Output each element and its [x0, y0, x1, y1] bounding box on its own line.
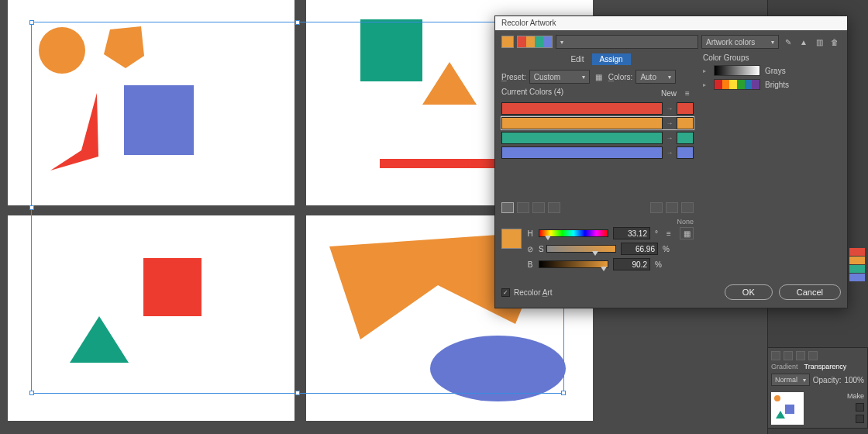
separate-colors-icon[interactable]: [681, 202, 694, 213]
shape-square-teal[interactable]: [360, 19, 422, 81]
shape-square-blue[interactable]: [124, 85, 194, 155]
folder-icon[interactable]: ▥: [813, 36, 825, 48]
map-arrow-icon: →: [666, 105, 673, 112]
shape-triangle-orange[interactable]: [422, 62, 477, 105]
artboard-1: [8, 0, 294, 205]
mode-tabs: Edit Assign: [501, 53, 694, 65]
shape-red-spike[interactable]: [50, 93, 112, 178]
brights-label: Brights: [765, 81, 789, 89]
expand-icon[interactable]: ▸: [703, 67, 709, 74]
randomize-saturation-icon[interactable]: [548, 202, 560, 213]
shape-circle[interactable]: [39, 27, 85, 74]
make-mask-label[interactable]: Make: [847, 392, 864, 400]
artboard-3: [8, 215, 294, 421]
panel-icon-1[interactable]: [771, 351, 780, 360]
preset-dropdown[interactable]: Custom: [529, 70, 590, 84]
preset-value: Custom: [534, 73, 560, 81]
randomize-order-icon[interactable]: [532, 202, 545, 213]
hue-input[interactable]: [613, 227, 650, 239]
colors-count-dropdown[interactable]: Auto: [636, 70, 676, 84]
color-row-0[interactable]: →: [501, 102, 694, 115]
recolor-art-checkbox[interactable]: ✓: [501, 288, 510, 297]
map-arrow-icon: →: [666, 119, 673, 127]
find-in-artwork-icon[interactable]: [650, 202, 663, 213]
preset-label: Preset:: [501, 73, 526, 81]
sat-unit: %: [663, 245, 670, 253]
sat-input[interactable]: [621, 243, 658, 255]
panel-icon-3[interactable]: [796, 351, 805, 360]
sel-handle-s[interactable]: [295, 391, 300, 395]
transparency-thumbnail[interactable]: [771, 392, 804, 425]
ok-button[interactable]: OK: [725, 284, 773, 300]
color-picker-icon[interactable]: ▦: [680, 227, 694, 239]
blend-mode-value: Normal: [775, 376, 797, 384]
artwork-colors-dropdown[interactable]: Artwork colors: [701, 35, 779, 49]
sel-handle-w[interactable]: [29, 205, 34, 210]
panel-icon-4[interactable]: [808, 351, 818, 360]
color-mapping-list: → → → →: [501, 102, 694, 159]
opacity-label: Opacity:: [813, 376, 842, 384]
bri-slider[interactable]: [539, 260, 608, 268]
new-colors-header: New: [661, 89, 677, 98]
dialog-title[interactable]: Recolor Artwork: [495, 16, 847, 30]
color-row-2[interactable]: →: [501, 132, 694, 144]
recolor-art-label: Recolor Art: [514, 288, 552, 297]
brights-ramp: [714, 79, 760, 90]
bri-unit: %: [655, 260, 662, 269]
color-row-options-icon[interactable]: ≡: [681, 87, 694, 99]
mode-menu-icon[interactable]: ≡: [663, 227, 675, 239]
link-icon[interactable]: ⊘: [526, 243, 534, 255]
merge-colors-icon[interactable]: [666, 202, 678, 213]
color-row-1-selected[interactable]: →: [501, 117, 694, 129]
active-color-swatch[interactable]: [501, 36, 514, 48]
color-groups-header: Color Groups: [703, 53, 841, 62]
tab-transparency[interactable]: Transparency: [804, 363, 847, 370]
current-colors-header: Current Colors (4): [501, 88, 563, 96]
panel-icon-2[interactable]: [784, 351, 793, 360]
shape-ellipse-blue[interactable]: [430, 336, 566, 401]
tab-gradient[interactable]: Gradient: [771, 363, 798, 370]
colors-label: Colors:: [608, 73, 633, 81]
color-group-brights[interactable]: ▸ Brights: [703, 79, 841, 90]
hsb-preview-swatch[interactable]: [501, 229, 522, 249]
svg-marker-1: [50, 93, 98, 170]
sort-brightness-icon[interactable]: [517, 202, 529, 213]
trash-icon[interactable]: 🗑: [828, 36, 841, 48]
b-label: B: [526, 260, 534, 269]
preset-options-icon[interactable]: ▦: [593, 71, 605, 83]
hue-slider[interactable]: [539, 229, 608, 237]
expand-icon[interactable]: ▸: [703, 81, 709, 88]
shape-pentagon[interactable]: [101, 23, 147, 70]
shape-triangle-teal[interactable]: [70, 316, 129, 363]
sat-slider[interactable]: [546, 245, 616, 253]
color-row-3[interactable]: →: [501, 146, 694, 159]
map-arrow-icon: →: [666, 149, 673, 157]
tab-assign[interactable]: Assign: [592, 53, 631, 65]
edit-color-icon[interactable]: ✎: [782, 36, 794, 48]
bri-input[interactable]: [613, 258, 650, 270]
colors-value: Auto: [640, 73, 656, 81]
shape-square-red[interactable]: [143, 258, 202, 316]
delete-color-group-icon[interactable]: ▲: [797, 36, 810, 48]
h-label: H: [526, 229, 534, 238]
grays-label: Grays: [765, 67, 786, 75]
grays-ramp: [714, 65, 760, 76]
mini-swatch-blue[interactable]: [849, 274, 865, 281]
tab-edit[interactable]: Edit: [564, 53, 590, 65]
none-color-label: None: [501, 218, 694, 226]
color-group-dropdown[interactable]: [556, 35, 698, 49]
sort-hue-icon[interactable]: [501, 202, 514, 213]
s-label: S: [539, 245, 542, 253]
blend-mode-select[interactable]: Normal: [771, 374, 810, 386]
hue-unit: °: [655, 229, 658, 238]
mini-swatch-teal[interactable]: [849, 265, 865, 273]
color-group-swatch[interactable]: [517, 36, 553, 48]
cancel-button[interactable]: Cancel: [779, 284, 841, 300]
recolor-artwork-dialog: Recolor Artwork Artwork colors ✎ ▲ ▥ 🗑 E…: [494, 16, 848, 308]
invert-checkbox[interactable]: [856, 415, 864, 423]
sel-handle-n[interactable]: [295, 20, 300, 25]
mini-swatch-red[interactable]: [849, 248, 865, 256]
color-group-grays[interactable]: ▸ Grays: [703, 65, 841, 76]
clip-checkbox[interactable]: [856, 403, 864, 412]
mini-swatch-orange[interactable]: [849, 257, 865, 264]
